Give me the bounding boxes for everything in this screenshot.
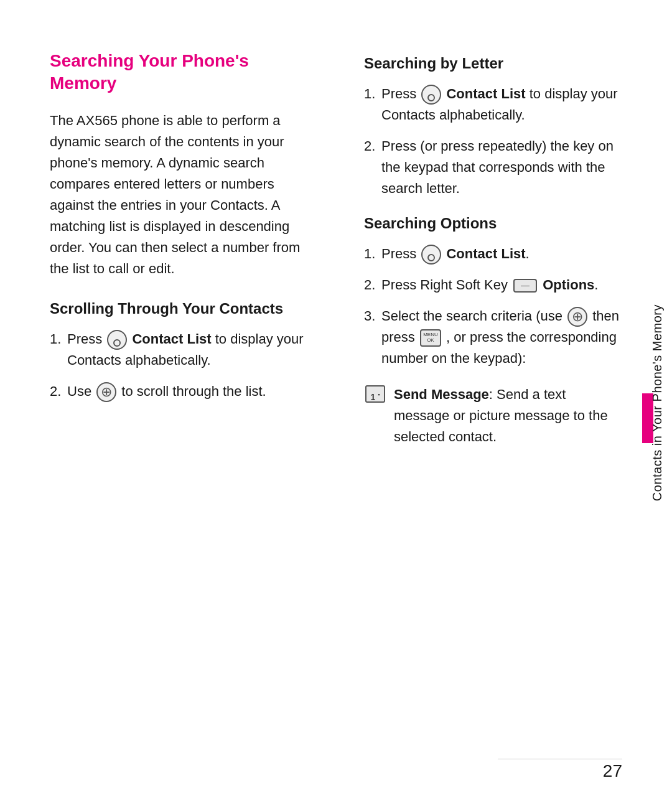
list-item: 3. Select the search criteria (use then … — [364, 306, 622, 369]
soft-key-icon — [513, 279, 537, 293]
page-number: 27 — [603, 761, 622, 781]
contact-list-icon — [107, 330, 127, 350]
page-container: Searching Your Phone's Memory The AX565 … — [0, 0, 672, 806]
list-item: 2. Press Right Soft Key Options. — [364, 274, 622, 296]
send-message-text: Send Message: Send a text message or pic… — [394, 384, 622, 448]
contact-list-icon — [421, 245, 441, 265]
page-number-bar: 27 — [603, 761, 622, 781]
list-item: 2. Press (or press repeatedly) the key o… — [364, 136, 622, 199]
list-item: 1. Press Contact List to display your Co… — [364, 83, 622, 126]
right-column: Searching by Letter 1. Press Contact Lis… — [358, 50, 622, 756]
page-divider — [498, 759, 622, 759]
nav-icon — [567, 307, 587, 327]
sidebar-label: Contacts in Your Phone's Memory — [650, 304, 665, 501]
right-sidebar: Contacts in Your Phone's Memory — [642, 0, 672, 806]
contact-list-icon — [421, 85, 441, 105]
nav-icon — [96, 382, 116, 402]
section-title: Searching Your Phone's Memory — [50, 50, 308, 95]
scrolling-list: 1. Press Contact List to display your Co… — [50, 329, 308, 402]
send-message-item: 1 ▪ Send Message: Send a text message or… — [364, 384, 622, 448]
main-content: Searching Your Phone's Memory The AX565 … — [50, 50, 622, 756]
searching-by-letter-list: 1. Press Contact List to display your Co… — [364, 83, 622, 200]
send-message-icon: 1 ▪ — [364, 385, 386, 403]
list-item: 1. Press Contact List to display your Co… — [50, 329, 308, 371]
scrolling-subtitle: Scrolling Through Your Contacts — [50, 300, 308, 317]
menu-ok-icon — [420, 329, 441, 347]
searching-options-list: 1. Press Contact List. 2. Press Right So… — [364, 243, 622, 370]
intro-text: The AX565 phone is able to perform a dyn… — [50, 110, 308, 280]
list-item: 1. Press Contact List. — [364, 243, 622, 265]
left-column: Searching Your Phone's Memory The AX565 … — [50, 50, 320, 756]
searching-by-letter-title: Searching by Letter — [364, 55, 622, 72]
list-item: 2. Use to scroll through the list. — [50, 381, 308, 402]
searching-options-title: Searching Options — [364, 215, 622, 232]
